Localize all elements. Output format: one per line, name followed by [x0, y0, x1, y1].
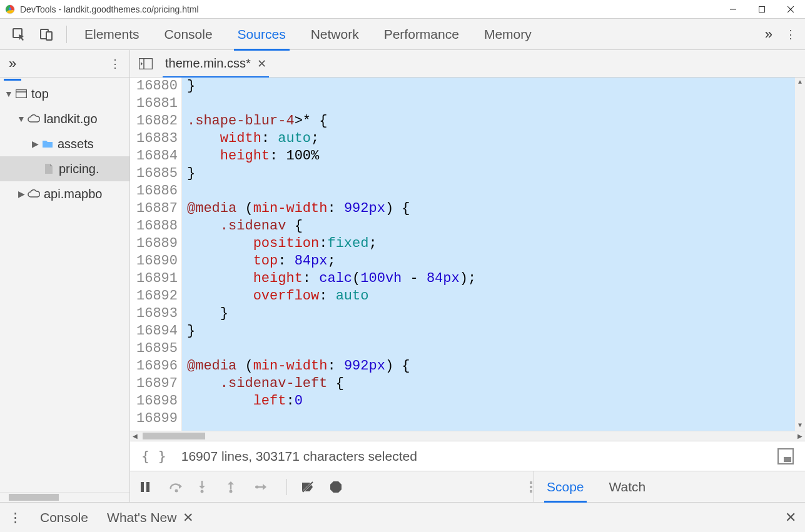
expand-arrow-icon[interactable]: ▶ [16, 189, 26, 199]
devtools-toolbar: Elements Console Sources Network Perform… [0, 19, 805, 50]
close-window-button[interactable] [776, 0, 805, 19]
svg-rect-13 [141, 482, 144, 492]
expand-arrow-icon[interactable]: ▶ [30, 139, 40, 149]
pretty-print-icon[interactable]: { } [141, 448, 166, 464]
window-titlebar: DevTools - landkit.goodthemes.co/pricing… [0, 0, 805, 19]
drawer-tab-label: What's New [107, 510, 176, 525]
tree-file-pricing[interactable]: pricing. [0, 156, 129, 181]
editor-h-scrollbar[interactable]: ◀ ▶ [130, 431, 805, 441]
tree-folder-assets[interactable]: ▶ assets [0, 131, 129, 156]
tab-memory[interactable]: Memory [484, 19, 532, 50]
drawer: ⋮ Console What's New ✕ ✕ [0, 502, 805, 532]
drawer-tab-console[interactable]: Console [40, 510, 88, 525]
close-tab-icon[interactable]: ✕ [257, 57, 266, 71]
tree-domain-mapbox[interactable]: ▶ api.mapbo [0, 181, 129, 206]
tab-scope[interactable]: Scope [547, 471, 584, 503]
tab-network[interactable]: Network [311, 19, 359, 50]
svg-point-21 [256, 485, 259, 488]
tab-sources[interactable]: Sources [238, 19, 286, 50]
tree-label: pricing. [59, 162, 99, 176]
debugger-controls [130, 471, 534, 502]
status-text: 16907 lines, 303171 characters selected [181, 449, 417, 464]
window-frame-icon [14, 89, 29, 98]
tree-top[interactable]: ▼ top [0, 81, 129, 106]
separator [286, 479, 287, 495]
tree-label: top [31, 87, 49, 101]
resize-handle[interactable] [529, 478, 534, 496]
navigator-header: » ⋮ [0, 50, 129, 78]
folder-icon [40, 139, 55, 148]
coverage-icon[interactable] [777, 448, 794, 464]
separator [66, 26, 67, 43]
editor-tab-strip: theme.min.css* ✕ [130, 50, 805, 78]
tab-performance[interactable]: Performance [384, 19, 459, 50]
close-icon[interactable]: ✕ [183, 510, 194, 525]
tab-watch[interactable]: Watch [609, 471, 646, 503]
editor-status-bar: { } 16907 lines, 303171 characters selec… [130, 441, 805, 471]
maximize-button[interactable] [747, 0, 776, 19]
deactivate-breakpoints-icon[interactable] [301, 481, 318, 493]
tree-label: api.mapbo [44, 187, 102, 201]
pause-exceptions-icon[interactable] [330, 481, 347, 493]
svg-rect-3 [759, 6, 765, 12]
minimize-button[interactable] [719, 0, 747, 19]
inspect-element-icon[interactable] [8, 23, 30, 46]
tree-label: landkit.go [44, 112, 98, 126]
main-panel: » ⋮ ▼ top ▼ landkit.go ▶ assets pric [0, 50, 805, 502]
chrome-icon [5, 4, 15, 14]
settings-menu-icon[interactable]: ⋮ [781, 28, 800, 41]
window-title: DevTools - landkit.goodthemes.co/pricing… [20, 4, 719, 14]
cloud-icon [26, 114, 41, 123]
svg-point-15 [175, 489, 178, 492]
editor-v-scrollbar[interactable]: ▲ ▼ [795, 78, 805, 431]
step-into-icon[interactable] [198, 481, 215, 493]
debugger-bar: Scope Watch [130, 471, 805, 502]
line-gutter: 1688016881168821688316884168851688616887… [130, 78, 182, 431]
editor-panel: theme.min.css* ✕ 16880168811688216883168… [130, 50, 805, 502]
step-over-icon[interactable] [169, 481, 186, 493]
drawer-menu-icon[interactable]: ⋮ [9, 510, 21, 525]
debugger-sidebar-tabs: Scope Watch [534, 471, 805, 502]
svg-rect-9 [16, 90, 27, 98]
step-icon[interactable] [255, 483, 273, 491]
navigator-tab-selector[interactable]: » [9, 56, 16, 72]
pause-icon[interactable] [140, 481, 158, 493]
tab-console[interactable]: Console [165, 19, 213, 50]
step-out-icon[interactable] [226, 481, 244, 493]
tree-domain[interactable]: ▼ landkit.go [0, 106, 129, 131]
expand-arrow-icon[interactable]: ▼ [4, 89, 14, 99]
editor-tab-label: theme.min.css* [165, 56, 251, 71]
tab-elements[interactable]: Elements [84, 19, 139, 50]
svg-point-19 [230, 489, 233, 493]
svg-rect-14 [146, 482, 149, 492]
svg-rect-8 [46, 32, 52, 40]
device-toggle-icon[interactable] [35, 23, 58, 46]
navigator-h-scrollbar[interactable] [0, 492, 129, 502]
code-editor[interactable]: 1688016881168821688316884168851688616887… [130, 78, 805, 431]
expand-arrow-icon[interactable]: ▼ [16, 114, 26, 124]
toggle-navigator-icon[interactable] [139, 58, 153, 69]
navigator-menu-icon[interactable]: ⋮ [109, 57, 121, 71]
code-content[interactable]: } .shape-blur-4>* { width: auto; height:… [182, 78, 795, 431]
cloud-icon [26, 189, 41, 198]
navigator-panel: » ⋮ ▼ top ▼ landkit.go ▶ assets pric [0, 50, 130, 502]
tabs-overflow-icon[interactable]: » [765, 26, 772, 43]
close-drawer-icon[interactable]: ✕ [785, 509, 796, 526]
file-icon [41, 163, 56, 174]
file-tree: ▼ top ▼ landkit.go ▶ assets pricing. ▶ [0, 78, 129, 492]
editor-tab[interactable]: theme.min.css* ✕ [165, 50, 266, 78]
tree-label: assets [58, 137, 94, 151]
svg-point-17 [201, 489, 204, 493]
drawer-tab-whatsnew[interactable]: What's New ✕ [107, 510, 194, 525]
